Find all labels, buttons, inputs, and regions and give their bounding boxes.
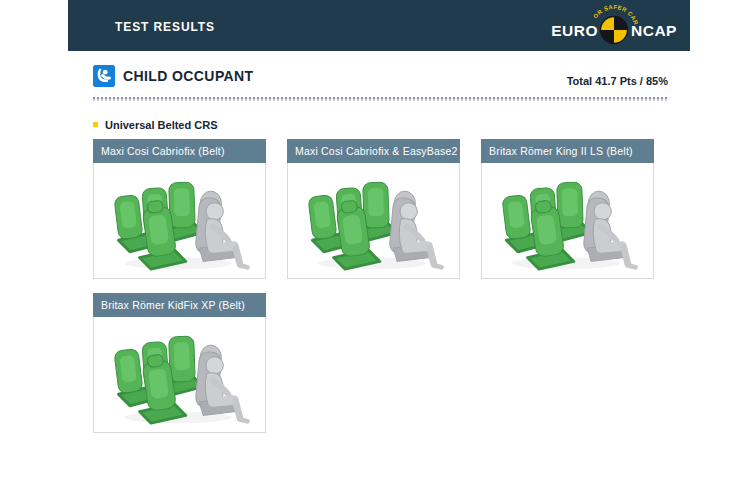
page-title: CHILD OCCUPANT — [123, 68, 567, 84]
test-card: Maxi Cosi Cabriofix (Belt) — [93, 139, 266, 279]
content-area: CHILD OCCUPANT Total 41.7 Pts / 85% Univ… — [93, 64, 668, 433]
euroncap-logo-graphic: EURO NCAP FOR SAFER CARS — [550, 3, 678, 49]
logo-euro-text: EURO — [551, 22, 598, 39]
crash-test-target-icon — [601, 16, 628, 43]
subsection-header: Universal Belted CRS — [93, 119, 668, 131]
child-seat-icon — [93, 65, 115, 87]
card-image-area — [481, 163, 654, 279]
crs-test-illustration — [296, 169, 452, 273]
top-bar: TEST RESULTS EURO NCAP FOR SAFER CARS — [68, 0, 690, 51]
total-score: Total 41.7 Pts / 85% — [567, 75, 668, 88]
test-card: Maxi Cosi Cabriofix & EasyBase2 (Belt) — [287, 139, 460, 279]
card-title: Britax Römer KidFix XP (Belt) — [93, 293, 266, 317]
card-image-area — [287, 163, 460, 279]
subsection-title: Universal Belted CRS — [105, 119, 217, 131]
cards-grid: Maxi Cosi Cabriofix (Belt) Maxi Cosi Cab… — [93, 139, 668, 433]
test-card: Britax Römer King II LS (Belt) — [481, 139, 654, 279]
crs-test-illustration — [102, 169, 258, 273]
page-header-title: TEST RESULTS — [115, 18, 215, 34]
card-title: Maxi Cosi Cabriofix (Belt) — [93, 139, 266, 163]
card-title: Maxi Cosi Cabriofix & EasyBase2 (Belt) — [287, 139, 460, 163]
card-title: Britax Römer King II LS (Belt) — [481, 139, 654, 163]
square-bullet-icon — [93, 122, 98, 127]
dotted-separator — [93, 97, 668, 101]
crs-test-illustration — [490, 169, 646, 273]
euroncap-logo: EURO NCAP FOR SAFER CARS — [550, 3, 678, 49]
crs-test-illustration — [102, 323, 258, 427]
card-image-area — [93, 163, 266, 279]
section-header: CHILD OCCUPANT Total 41.7 Pts / 85% — [93, 64, 668, 88]
card-image-area — [93, 317, 266, 433]
test-card: Britax Römer KidFix XP (Belt) — [93, 293, 266, 433]
logo-ncap-text: NCAP — [631, 22, 677, 39]
